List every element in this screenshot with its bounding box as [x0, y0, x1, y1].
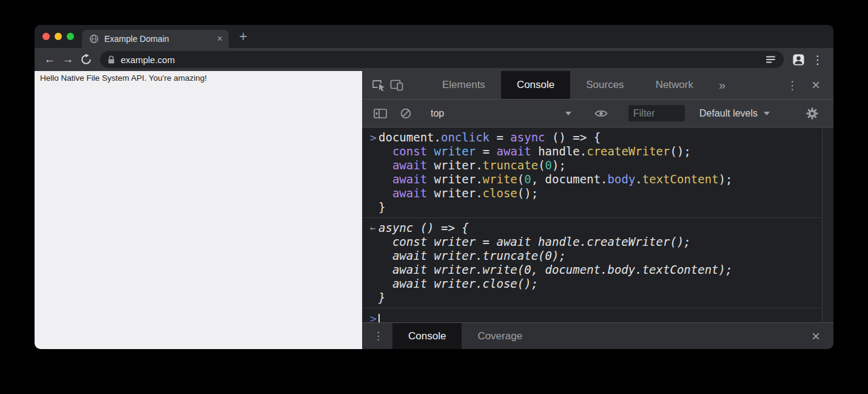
back-button[interactable]: ←: [41, 50, 59, 69]
console-settings-button[interactable]: [803, 104, 821, 123]
tab-console[interactable]: Console: [501, 71, 570, 99]
devtools-drawer: ⋮ Console Coverage ×: [362, 322, 833, 349]
console-scrollbar[interactable]: [822, 127, 833, 322]
context-label: top: [431, 108, 444, 119]
address-bar[interactable]: example.com: [100, 51, 784, 68]
live-expression-button[interactable]: [592, 104, 610, 123]
lock-icon[interactable]: [107, 55, 115, 64]
code-line: await writer.write(0, document.body.text…: [378, 172, 822, 186]
minimize-window-button[interactable]: [55, 33, 62, 40]
tab-sources[interactable]: Sources: [570, 71, 639, 99]
chevron-down-icon: [764, 112, 770, 115]
reading-list-icon[interactable]: [765, 55, 776, 64]
code-line: await writer.close();: [378, 277, 822, 291]
browser-window: Example Domain × + ← →: [35, 25, 833, 349]
devtools-panel: Elements Console Sources Network » ⋮ ×: [362, 71, 833, 349]
code-line: }: [378, 291, 822, 305]
page-viewport[interactable]: Hello Native File System API. You're ama…: [35, 71, 362, 349]
zoom-window-button[interactable]: [67, 33, 74, 40]
prompt-chevron-icon: >: [362, 311, 378, 322]
code-line: document.onclick = async () => {: [378, 131, 822, 144]
code-line: await writer.write(0, document.body.text…: [378, 263, 822, 277]
browser-menu-button[interactable]: ⋮: [808, 50, 827, 69]
tab-close-icon[interactable]: ×: [217, 34, 223, 44]
devtools-toolbar: Elements Console Sources Network » ⋮ ×: [362, 71, 833, 100]
console-entry-result: ←async () => { const writer = await hand…: [362, 218, 822, 308]
devtools-tab-bar: Elements Console Sources Network: [426, 71, 709, 99]
console-messages: >document.onclick = async () => { const …: [362, 127, 822, 322]
chevron-down-icon: [565, 112, 571, 115]
device-toolbar-icon: [389, 79, 404, 91]
globe-favicon-icon: [89, 34, 99, 44]
more-tabs-chevron-icon[interactable]: »: [719, 78, 725, 92]
drawer-tab-coverage[interactable]: Coverage: [462, 323, 538, 349]
tab-elements[interactable]: Elements: [426, 71, 501, 99]
screen: Example Domain × + ← →: [0, 0, 868, 394]
url-text: example.com: [121, 55, 760, 65]
console-sidebar-icon: [373, 108, 388, 119]
devtools-menu-button[interactable]: ⋮: [787, 78, 798, 92]
page-body-text: Hello Native File System API. You're ama…: [40, 73, 356, 83]
reload-button[interactable]: [77, 50, 95, 69]
tab-network[interactable]: Network: [640, 71, 709, 99]
drawer-close-button[interactable]: ×: [812, 328, 833, 345]
filter-input[interactable]: [628, 105, 685, 121]
eye-icon: [594, 109, 608, 118]
profile-avatar-button[interactable]: [789, 50, 808, 69]
new-tab-button[interactable]: +: [235, 28, 252, 45]
console-entry-prompt[interactable]: >: [362, 308, 822, 322]
window-controls: [42, 33, 74, 40]
profile-avatar-icon: [792, 53, 805, 66]
code-line: await writer.truncate(0);: [378, 249, 822, 263]
code-line: const writer = await handle.createWriter…: [378, 235, 822, 249]
code-line: await writer.close();: [378, 186, 822, 200]
code-line: }: [378, 200, 822, 214]
text-cursor: [378, 314, 380, 322]
tab-strip: Example Domain × +: [35, 25, 833, 48]
browser-toolbar: ← → example.com: [35, 48, 833, 71]
reload-icon: [80, 53, 92, 66]
devtools-close-button[interactable]: ×: [812, 78, 820, 92]
tab-title: Example Domain: [104, 34, 212, 44]
prompt-chevron-icon: >: [362, 131, 378, 214]
console-input-line[interactable]: [378, 311, 822, 322]
browser-tab[interactable]: Example Domain ×: [82, 30, 229, 48]
inspect-element-button[interactable]: [369, 76, 388, 94]
console-entry-input: >document.onclick = async () => { const …: [362, 127, 822, 218]
close-window-button[interactable]: [42, 33, 50, 40]
console-sidebar-toggle-button[interactable]: [371, 104, 389, 123]
execution-context-selector[interactable]: top: [431, 108, 571, 119]
forward-button[interactable]: →: [59, 50, 77, 69]
clear-console-button[interactable]: [397, 104, 415, 123]
console-toolbar: top Default levels: [362, 100, 833, 127]
clear-console-icon: [400, 107, 412, 120]
code-line: const writer = await handle.createWriter…: [378, 144, 822, 158]
log-levels-selector[interactable]: Default levels: [699, 108, 770, 119]
code-line: await writer.truncate(0);: [378, 158, 822, 172]
window-content: Hello Native File System API. You're ama…: [35, 71, 833, 349]
drawer-menu-button[interactable]: ⋮: [362, 330, 392, 342]
result-arrow-icon: ←: [362, 221, 378, 305]
log-levels-label: Default levels: [699, 108, 758, 119]
device-toolbar-button[interactable]: [388, 76, 406, 94]
inspect-cursor-icon: [371, 78, 386, 92]
code-line: async () => {: [378, 221, 822, 235]
drawer-tab-console[interactable]: Console: [392, 323, 462, 349]
gear-icon: [806, 107, 819, 120]
